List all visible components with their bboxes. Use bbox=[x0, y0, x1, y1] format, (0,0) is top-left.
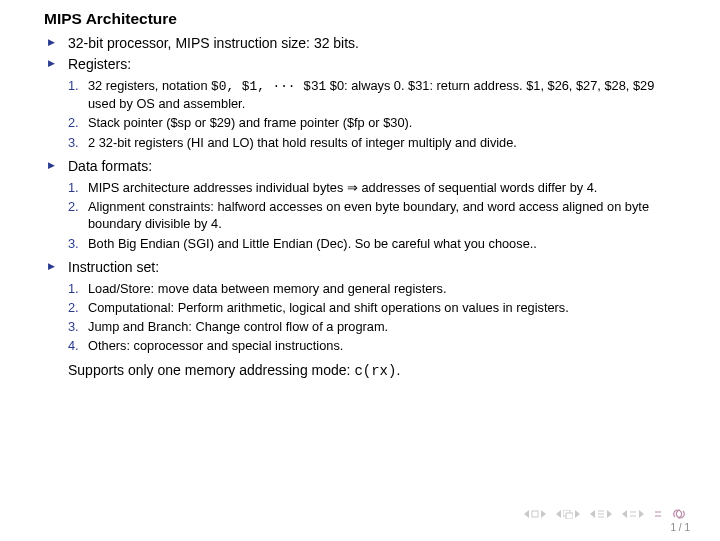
nav-section-icon bbox=[597, 510, 605, 518]
enum-number: 4. bbox=[68, 337, 79, 354]
nav-prev-icon bbox=[524, 510, 530, 518]
bullet-dataformats: Data formats: 1.MIPS architecture addres… bbox=[68, 157, 676, 252]
nav-frame-group[interactable] bbox=[556, 510, 580, 519]
item-text: Both Big Endian (SGI) and Little Endian … bbox=[88, 236, 537, 251]
item-text: Stack pointer ($sp or $29) and frame poi… bbox=[88, 115, 412, 130]
nav-slide-group[interactable] bbox=[524, 510, 546, 518]
nav-prev-icon bbox=[590, 510, 596, 518]
svg-rect-0 bbox=[532, 511, 538, 517]
final-code: c(rx) bbox=[354, 363, 396, 379]
list-item: 3.Both Big Endian (SGI) and Little Endia… bbox=[88, 235, 676, 252]
bullet-text: 32-bit processor, MIPS instruction size:… bbox=[68, 35, 359, 51]
item-text: Others: coprocessor and special instruct… bbox=[88, 338, 343, 353]
enum-number: 3. bbox=[68, 134, 79, 151]
item-text: Jump and Branch: Change control flow of … bbox=[88, 319, 388, 334]
dataformats-list: 1.MIPS architecture addresses individual… bbox=[68, 179, 676, 252]
final-text: Supports only one memory addressing mode… bbox=[68, 362, 354, 378]
list-item: 1.MIPS architecture addresses individual… bbox=[88, 179, 676, 196]
beamer-nav bbox=[524, 509, 690, 519]
list-item: 1.32 registers, notation $0, $1, ··· $31… bbox=[88, 77, 676, 113]
page-number: 1 / 1 bbox=[671, 522, 690, 533]
nav-lines-icon bbox=[654, 510, 662, 518]
enum-number: 1. bbox=[68, 179, 79, 196]
nav-frame-icon bbox=[563, 510, 573, 519]
final-line: Supports only one memory addressing mode… bbox=[68, 361, 676, 382]
nav-next-icon bbox=[606, 510, 612, 518]
bullet-instrset: Instruction set: 1.Load/Store: move data… bbox=[68, 258, 676, 355]
nav-next-icon bbox=[540, 510, 546, 518]
svg-rect-2 bbox=[566, 513, 573, 519]
enum-number: 1. bbox=[68, 280, 79, 297]
enum-number: 3. bbox=[68, 318, 79, 335]
nav-prev-icon bbox=[556, 510, 562, 518]
item-text: Computational: Perform arithmetic, logic… bbox=[88, 300, 569, 315]
nav-slide-icon bbox=[531, 510, 539, 518]
enum-number: 2. bbox=[68, 114, 79, 131]
list-item: 2.Computational: Perform arithmetic, log… bbox=[88, 299, 676, 316]
enum-number: 3. bbox=[68, 235, 79, 252]
enum-number: 2. bbox=[68, 198, 79, 215]
main-bullets: 32-bit processor, MIPS instruction size:… bbox=[44, 34, 676, 355]
nav-appendix-icon[interactable] bbox=[654, 510, 662, 518]
list-item: 1.Load/Store: move data between memory a… bbox=[88, 280, 676, 297]
item-text: Alignment constraints: halfword accesses… bbox=[88, 199, 649, 231]
slide-content: MIPS Architecture 32-bit processor, MIPS… bbox=[0, 0, 720, 381]
nav-section-group[interactable] bbox=[590, 510, 612, 518]
enum-number: 1. bbox=[68, 77, 79, 94]
item-text: 32 registers, notation bbox=[88, 78, 211, 93]
item-text: MIPS architecture addresses individual b… bbox=[88, 180, 597, 195]
final-text: . bbox=[396, 362, 400, 378]
nav-next-icon bbox=[638, 510, 644, 518]
bullet-registers: Registers: 1.32 registers, notation $0, … bbox=[68, 55, 676, 151]
nav-subsection-group[interactable] bbox=[622, 510, 644, 518]
list-item: 3.2 32-bit registers (HI and LO) that ho… bbox=[88, 134, 676, 151]
enum-number: 2. bbox=[68, 299, 79, 316]
registers-list: 1.32 registers, notation $0, $1, ··· $31… bbox=[68, 77, 676, 151]
nav-reload-icon bbox=[672, 509, 690, 519]
slide-title: MIPS Architecture bbox=[44, 10, 676, 28]
bullet-text: Registers: bbox=[68, 56, 131, 72]
nav-next-icon bbox=[574, 510, 580, 518]
nav-prev-icon bbox=[622, 510, 628, 518]
bullet-processor: 32-bit processor, MIPS instruction size:… bbox=[68, 34, 676, 53]
item-text: Load/Store: move data between memory and… bbox=[88, 281, 447, 296]
list-item: 2.Alignment constraints: halfword access… bbox=[88, 198, 676, 233]
instrset-list: 1.Load/Store: move data between memory a… bbox=[68, 280, 676, 355]
nav-subsection-icon bbox=[629, 510, 637, 518]
list-item: 4.Others: coprocessor and special instru… bbox=[88, 337, 676, 354]
item-code: $0, $1, ··· $31 bbox=[211, 79, 326, 94]
list-item: 2.Stack pointer ($sp or $29) and frame p… bbox=[88, 114, 676, 131]
item-text: 2 32-bit registers (HI and LO) that hold… bbox=[88, 135, 517, 150]
bullet-text: Data formats: bbox=[68, 158, 152, 174]
nav-reload-group[interactable] bbox=[672, 509, 690, 519]
list-item: 3.Jump and Branch: Change control flow o… bbox=[88, 318, 676, 335]
bullet-text: Instruction set: bbox=[68, 259, 159, 275]
